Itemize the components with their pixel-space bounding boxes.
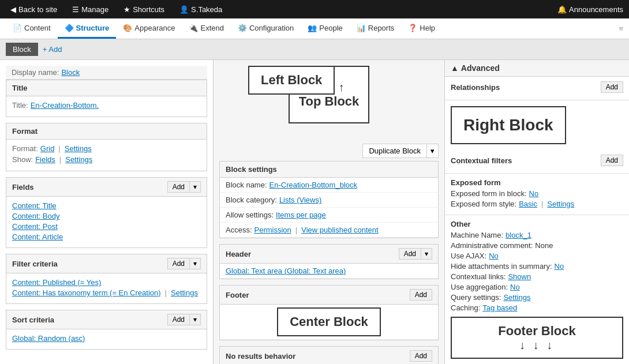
display-name-link[interactable]: Block (61, 68, 80, 77)
caching-link[interactable]: Tag based (482, 303, 517, 312)
view-published-link[interactable]: View published content (301, 226, 378, 234)
global-text-link[interactable]: Global: Text area (Global: Text area) (226, 267, 346, 275)
hide-attachments-val[interactable]: No (555, 262, 564, 271)
fields-add-btn[interactable]: Add (167, 181, 190, 193)
right-block-preview: Right Block (451, 106, 566, 144)
nav-configuration[interactable]: ⚙️ Configuration (231, 18, 301, 39)
contextual-links-row: Contextual links: Shown (451, 272, 623, 281)
fields-link[interactable]: Fields (35, 155, 55, 164)
query-settings-link[interactable]: Settings (503, 293, 530, 302)
filter-item-0[interactable]: Content: Published (= Yes) (12, 278, 201, 287)
filter-settings-link[interactable]: Settings (171, 288, 198, 297)
sort-add-btn[interactable]: Add (167, 314, 190, 325)
use-aggregation-row: Use aggregation: No (451, 283, 623, 291)
fields-item-0[interactable]: Content: Title (12, 201, 201, 210)
block-name-link[interactable]: En-Creation-Bottom_block (269, 181, 357, 189)
nav-appearance[interactable]: 🎨 Appearance (116, 18, 182, 39)
header-add-dropdown[interactable]: ▾ (421, 248, 432, 260)
footer-add-btn[interactable]: Add (410, 289, 432, 301)
filter-item-1[interactable]: Content: Has taxonomy term (= En Creatio… (12, 288, 161, 297)
add-button[interactable]: + Add (43, 45, 62, 54)
sort-header: Sort criteria Add ▾ (6, 310, 207, 329)
shortcuts-btn[interactable]: ★ Shortcuts (119, 0, 169, 18)
user-btn[interactable]: 👤 S.Takeda (175, 0, 227, 18)
exposed-form-style-row: Exposed form style: Basic | Settings (451, 200, 623, 208)
contextual-links-val[interactable]: Shown (508, 272, 531, 281)
title-label: Title: (12, 101, 28, 110)
contextual-filters-section: Contextual filters Add (445, 150, 629, 174)
header-add-btn[interactable]: Add (399, 248, 421, 260)
appearance-icon: 🎨 (123, 24, 132, 32)
machine-name-row: Machine Name: block_1 (451, 231, 623, 239)
machine-name-val[interactable]: block_1 (506, 231, 531, 239)
nav-reports[interactable]: 📊 Reports (350, 18, 402, 39)
duplicate-block-dropdown[interactable]: ▾ (427, 144, 439, 158)
permission-link[interactable]: Permission (254, 226, 291, 234)
nav-content[interactable]: 📄 Content (6, 18, 58, 39)
sort-add-dropdown[interactable]: ▾ (190, 314, 201, 325)
block-button[interactable]: Block (6, 43, 38, 56)
format-link[interactable]: Grid (40, 144, 55, 153)
contextual-filters-title: Contextual filters Add (451, 155, 623, 166)
fields-settings-link[interactable]: Settings (65, 155, 92, 164)
hide-attachments-row: Hide attachments in summary: No (451, 262, 623, 271)
relationships-add-btn[interactable]: Add (601, 81, 623, 93)
fields-add-dropdown[interactable]: ▾ (190, 181, 201, 193)
sort-section: Sort criteria Add ▾ Global: Random (asc) (6, 310, 207, 350)
exposed-form-settings-link[interactable]: Settings (547, 200, 574, 208)
filter-add-btn[interactable]: Add (167, 258, 190, 269)
format-settings-link[interactable]: Settings (65, 144, 92, 153)
block-category-link[interactable]: Lists (Views) (279, 196, 321, 204)
top-block-label: Top Block (299, 94, 360, 109)
block-settings-panel: Block settings Block name: En-Creation-B… (219, 161, 439, 238)
announcements-btn[interactable]: 🔔 Announcements (557, 5, 623, 14)
filter-add-dropdown[interactable]: ▾ (190, 258, 201, 269)
duplicate-block-btn[interactable]: Duplicate Block (362, 144, 427, 158)
access-row: Access: Permission | View published cont… (220, 223, 438, 238)
query-settings-row: Query settings: Settings (451, 293, 623, 302)
relationships-title: Relationships Add (451, 81, 623, 93)
nav-people[interactable]: 👥 People (301, 18, 349, 39)
exposed-form-block-link[interactable]: No (529, 189, 539, 198)
allow-settings-link[interactable]: Items per page (276, 211, 326, 219)
reports-icon: 📊 (357, 24, 366, 32)
sort-item-0[interactable]: Global: Random (asc) (12, 334, 201, 343)
structure-icon: 🔷 (65, 24, 74, 32)
toolbar-row: Block + Add (0, 39, 629, 60)
nav-extend[interactable]: 🔌 Extend (182, 18, 230, 39)
filter-header: Filter criteria Add ▾ (6, 254, 207, 273)
fields-item-1[interactable]: Content: Body (12, 212, 201, 220)
extend-icon: 🔌 (189, 24, 198, 32)
format-section: Format Format: Grid | Settings Show: Fie… (6, 123, 207, 171)
main-area: Display name: Block Title Title: En-Crea… (0, 60, 629, 364)
other-title: Other (451, 220, 623, 228)
fields-item-2[interactable]: Content: Post (12, 222, 201, 231)
display-name-row: Display name: Block (6, 66, 207, 80)
fields-header: Fields Add ▾ (6, 178, 207, 197)
format-content: Format: Grid | Settings Show: Fields | S… (6, 140, 207, 171)
back-icon: ◀ (10, 5, 16, 14)
nav-structure[interactable]: 🔷 Structure (58, 18, 117, 39)
title-content: Title: En-Creation-Bottom. (6, 96, 207, 117)
footer-panel: Footer Add Center Block (219, 285, 439, 340)
nav-help[interactable]: ❓ Help (401, 18, 442, 39)
contextual-filters-add-btn[interactable]: Add (601, 155, 623, 166)
allow-settings-row: Allow settings: Items per page (220, 208, 438, 223)
exposed-form-style-val[interactable]: Basic (519, 200, 537, 208)
fields-content: Content: Title Content: Body Content: Po… (6, 197, 207, 247)
use-ajax-val[interactable]: No (489, 252, 499, 260)
content-icon: 📄 (13, 24, 22, 32)
fields-item-3[interactable]: Content: Article (12, 232, 201, 241)
no-results-add-btn[interactable]: Add (410, 350, 432, 362)
sort-content: Global: Random (asc) (6, 329, 207, 349)
footer-block-preview: Footer Block ↓ ↓ ↓ (451, 317, 623, 359)
nav-extra-icon: ≡ (619, 24, 623, 33)
back-to-site-btn[interactable]: ◀ Back to site (6, 0, 62, 18)
title-link[interactable]: En-Creation-Bottom. (31, 101, 99, 110)
user-icon: 👤 (179, 5, 189, 14)
manage-btn[interactable]: ☰ Manage (68, 0, 113, 18)
use-aggregation-val[interactable]: No (510, 283, 520, 291)
people-icon: 👥 (308, 24, 317, 32)
title-section: Title Title: En-Creation-Bottom. (6, 80, 207, 117)
global-text-row: Global: Text area (Global: Text area) (220, 264, 438, 279)
